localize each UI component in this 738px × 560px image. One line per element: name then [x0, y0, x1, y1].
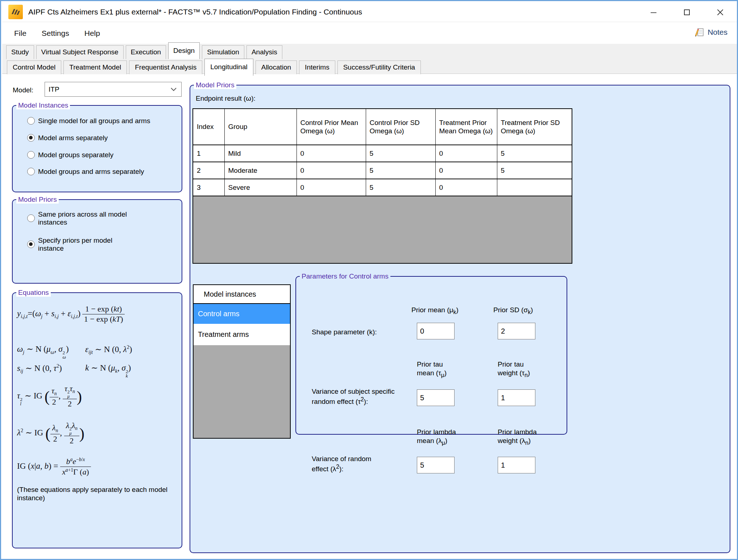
col-header-index: Index — [193, 109, 224, 145]
prior-tau-mean-input[interactable] — [417, 389, 455, 406]
cell-value[interactable]: 0 — [435, 162, 497, 179]
tab-longitudinal[interactable]: Longitudinal — [204, 59, 253, 76]
model-dropdown[interactable]: ITP — [45, 82, 182, 97]
equation-k-prior: k ∼ N (μk, σ2k) — [85, 363, 131, 379]
prior-mean-k-input[interactable] — [417, 323, 455, 339]
notes-label: Notes — [708, 28, 727, 37]
tab-frequentist-analysis[interactable]: Frequentist Analysis — [129, 60, 202, 74]
list-item-control-arms[interactable]: Control arms — [194, 304, 290, 325]
equation-s-prior: sij ∼ N (0, τ2) — [17, 363, 62, 374]
list-item-treatment-arms[interactable]: Treatment arms — [194, 325, 290, 345]
cell-value[interactable]: 0 — [297, 179, 366, 196]
cell-index: 2 — [193, 162, 224, 179]
cell-value[interactable]: 5 — [497, 145, 572, 162]
prior-tau-weight-input[interactable] — [498, 389, 535, 406]
model-dropdown-value: ITP — [49, 85, 59, 93]
maximize-button[interactable] — [679, 4, 695, 20]
model-instances-list: Model instances Control arms Treatment a… — [193, 284, 291, 439]
tab-control-model[interactable]: Control Model — [7, 60, 61, 74]
variance-subject-random-effect-label: Variance of subject specific random effe… — [312, 387, 407, 406]
close-button[interactable] — [712, 4, 728, 20]
equations-title: Equations — [16, 289, 51, 297]
menu-help[interactable]: Help — [84, 29, 100, 38]
chevron-down-icon — [170, 87, 177, 92]
tab-simulation[interactable]: Simulation — [202, 45, 244, 59]
col-header-group: Group — [224, 109, 297, 145]
primary-tab-bar: Study Virtual Subject Response Execution… — [6, 45, 282, 59]
table-row: 1 Mild 0 5 0 5 — [193, 145, 572, 162]
tab-execution[interactable]: Execution — [126, 45, 166, 59]
cell-value[interactable]: 0 — [297, 145, 366, 162]
prior-mean-k-header: Prior mean (μk) — [411, 306, 459, 316]
equation-tau-prior: τ2l ∼ IG (τn2, τ2μτn2) — [17, 384, 82, 409]
col-header-control-prior-sd: Control Prior SD Omega (ω) — [366, 109, 435, 145]
list-header: Model instances — [194, 285, 290, 304]
shape-parameter-label: Shape parameter (k): — [312, 328, 406, 337]
minimize-button[interactable] — [646, 4, 662, 20]
cell-value[interactable]: 5 — [366, 162, 435, 179]
cell-value[interactable]: 0 — [435, 179, 497, 196]
equation-inverse-gamma: IG (x|a, b) = bae−b/xxa+1Γ (a) — [17, 457, 91, 477]
window-title: AIPF Cts Alzheimers Ex1 plus external* -… — [28, 8, 362, 16]
prior-sd-k-header: Prior SD (σk) — [493, 306, 533, 316]
tab-design[interactable]: Design — [168, 42, 200, 59]
app-window: AIPF Cts Alzheimers Ex1 plus external* -… — [0, 0, 738, 560]
cell-value[interactable]: 5 — [497, 162, 572, 179]
tab-treatment-model[interactable]: Treatment Model — [63, 60, 127, 74]
col-header-treatment-prior-sd: Treatment Prior SD Omega (ω) — [497, 109, 572, 145]
cell-index: 1 — [193, 145, 224, 162]
radio-model-groups-separately[interactable]: Model groups separately — [27, 151, 113, 159]
cell-index: 3 — [193, 179, 224, 196]
model-priors-panel-title: Model Priors — [194, 82, 236, 89]
menu-settings[interactable]: Settings — [42, 29, 69, 38]
prior-sd-k-input[interactable] — [498, 323, 535, 339]
radio-model-groups-and-arms[interactable]: Model groups and arms separately — [27, 168, 144, 176]
variance-random-effect-label: Variance of random effect (λ2): — [312, 455, 386, 473]
prior-lambda-mean-input[interactable] — [417, 457, 455, 473]
equation-omega-prior: ωj ∼ N (μω, σ2ω) — [17, 344, 69, 360]
parameters-title: Parameters for Control arms — [300, 273, 390, 280]
model-priors-mode-title: Model Priors — [16, 196, 59, 204]
cell-value-selected[interactable]: 5 — [497, 179, 572, 196]
tab-success-futility-criteria[interactable]: Success/Futility Criteria — [337, 60, 421, 74]
radio-icon — [27, 151, 35, 159]
prior-tau-mean-header: Prior taumean (τμ) — [417, 360, 447, 379]
equations-group: Equations — [12, 289, 182, 548]
notes-button[interactable]: Notes — [694, 27, 727, 38]
title-bar: AIPF Cts Alzheimers Ex1 plus external* -… — [2, 2, 737, 22]
menu-bar: File Settings Help Notes — [2, 22, 737, 44]
prior-lambda-mean-header: Prior lambdamean (λμ) — [417, 428, 456, 446]
table-row: 2 Moderate 0 5 0 5 — [193, 162, 572, 179]
cell-group: Moderate — [224, 162, 297, 179]
tab-analysis[interactable]: Analysis — [246, 45, 282, 59]
radio-checked-icon — [27, 134, 35, 142]
cell-group: Severe — [224, 179, 297, 196]
cell-value[interactable]: 5 — [366, 179, 435, 196]
radio-same-priors[interactable]: Same priors across all model instances — [27, 210, 135, 226]
endpoint-result-label: Endpoint result (ω): — [196, 95, 256, 103]
app-logo-icon — [8, 5, 23, 19]
prior-lambda-weight-input[interactable] — [498, 457, 535, 473]
notepad-pencil-icon — [694, 27, 705, 38]
menu-file[interactable]: File — [14, 29, 26, 38]
equation-lambda-prior: λ2 ∼ IG (λn2, λ2μλn2) — [17, 421, 84, 446]
prior-tau-weight-header: Prior tauweight (τn) — [498, 360, 530, 379]
equation-response: yi,j,t=(ωj + si,j + εi,j,t) 1 − exp (kt)… — [17, 305, 125, 324]
cell-value[interactable]: 0 — [435, 145, 497, 162]
tab-study[interactable]: Study — [6, 45, 34, 59]
model-label: Model: — [13, 86, 33, 94]
radio-icon — [27, 214, 35, 222]
model-instances-group: Model Instances — [12, 102, 182, 192]
radio-single-model[interactable]: Single model for all groups and arms — [27, 117, 150, 125]
priors-table: Index Group Control Prior Mean Omega (ω)… — [192, 108, 572, 264]
close-icon — [716, 8, 725, 17]
tab-interims[interactable]: Interims — [299, 60, 335, 74]
cell-group: Mild — [224, 145, 297, 162]
tab-virtual-subject-response[interactable]: Virtual Subject Response — [36, 45, 124, 59]
radio-specify-priors[interactable]: Specify priors per model instance — [27, 237, 129, 252]
col-header-control-prior-mean: Control Prior Mean Omega (ω) — [297, 109, 366, 145]
cell-value[interactable]: 5 — [366, 145, 435, 162]
tab-allocation[interactable]: Allocation — [256, 60, 297, 74]
cell-value[interactable]: 0 — [297, 162, 366, 179]
radio-model-arms-separately[interactable]: Model arms separately — [27, 134, 108, 142]
